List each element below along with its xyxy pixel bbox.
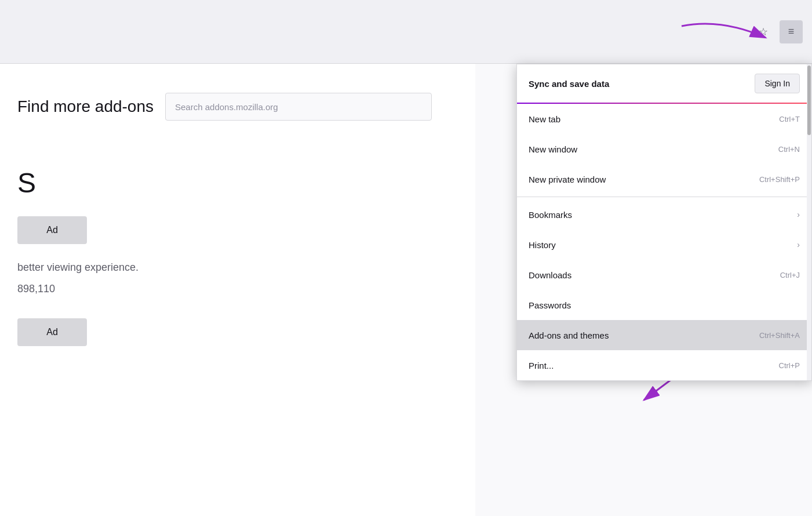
menu-item-history[interactable]: History › bbox=[517, 230, 811, 260]
header-row: Find more add-ons Search addons.mozilla.… bbox=[17, 93, 458, 121]
hamburger-icon: ≡ bbox=[788, 26, 795, 38]
menu-item-downloads[interactable]: Downloads Ctrl+J bbox=[517, 260, 811, 290]
content-letter: S bbox=[17, 167, 458, 199]
menu-divider-1 bbox=[517, 197, 811, 197]
bookmarks-arrow-icon: › bbox=[797, 210, 800, 219]
menu-item-addons-themes[interactable]: Add-ons and themes Ctrl+Shift+A bbox=[517, 320, 811, 350]
menu-scrollbar[interactable] bbox=[807, 64, 811, 380]
sign-in-button[interactable]: Sign In bbox=[755, 74, 800, 93]
menu-sync-header: Sync and save data Sign In bbox=[517, 64, 811, 104]
menu-item-passwords[interactable]: Passwords bbox=[517, 290, 811, 320]
search-bar[interactable]: Search addons.mozilla.org bbox=[165, 93, 432, 121]
bookmark-icon: ☆ bbox=[759, 26, 768, 38]
content-number: 898,110 bbox=[17, 283, 458, 295]
page-title: Find more add-ons bbox=[17, 97, 154, 116]
add-label: Ad bbox=[46, 225, 58, 235]
menu-item-new-window[interactable]: New window Ctrl+N bbox=[517, 134, 811, 164]
content-text: better viewing experience. bbox=[17, 261, 458, 274]
menu-scrollbar-thumb bbox=[807, 66, 811, 135]
add-button-partial-2[interactable]: Ad bbox=[17, 318, 87, 346]
hamburger-menu-button[interactable]: ≡ bbox=[780, 20, 803, 43]
menu-item-new-private-window[interactable]: New private window Ctrl+Shift+P bbox=[517, 164, 811, 194]
add-label-2: Ad bbox=[46, 327, 58, 337]
browser-toolbar: ☆ ≡ bbox=[0, 0, 812, 64]
menu-item-print[interactable]: Print... Ctrl+P bbox=[517, 350, 811, 380]
page-content: Find more add-ons Search addons.mozilla.… bbox=[0, 64, 475, 516]
content-area: S Ad better viewing experience. 898,110 … bbox=[17, 167, 458, 346]
search-placeholder: Search addons.mozilla.org bbox=[175, 102, 278, 112]
firefox-menu: Sync and save data Sign In New tab Ctrl+… bbox=[516, 64, 812, 381]
menu-item-bookmarks[interactable]: Bookmarks › bbox=[517, 199, 811, 230]
history-arrow-icon: › bbox=[797, 240, 800, 249]
bookmark-button[interactable]: ☆ bbox=[752, 20, 775, 43]
toolbar-icons: ☆ ≡ bbox=[752, 20, 803, 43]
add-button-partial[interactable]: Ad bbox=[17, 216, 87, 244]
menu-item-new-tab[interactable]: New tab Ctrl+T bbox=[517, 104, 811, 134]
sync-label: Sync and save data bbox=[529, 79, 609, 89]
